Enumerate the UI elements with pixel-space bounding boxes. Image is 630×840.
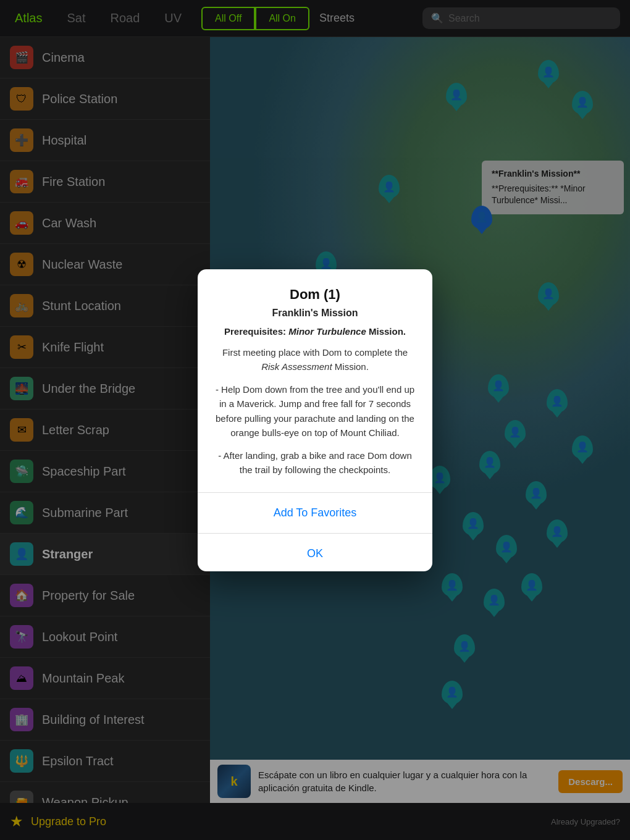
ok-button[interactable]: OK <box>198 536 432 571</box>
add-to-favorites-button[interactable]: Add To Favorites <box>198 495 432 531</box>
modal-dialog: Dom (1) Franklin's Mission Prerequisites… <box>198 269 432 571</box>
modal-body: First meeting place with Dom to complete… <box>215 345 415 477</box>
modal-subtitle: Franklin's Mission <box>215 308 415 319</box>
modal-para3: - After landing, grab a bike and race Do… <box>215 448 415 477</box>
modal-divider-1 <box>198 492 432 493</box>
modal-para1: First meeting place with Dom to complete… <box>215 345 415 374</box>
modal-divider-2 <box>198 533 432 534</box>
modal-para2: - Help Dom down from the tree and you'll… <box>215 382 415 440</box>
modal-overlay[interactable]: Dom (1) Franklin's Mission Prerequisites… <box>0 0 630 840</box>
modal-prereq: Prerequisites: Minor Turbulence Mission. <box>215 326 415 337</box>
modal-title: Dom (1) <box>215 287 415 303</box>
modal-content: Dom (1) Franklin's Mission Prerequisites… <box>198 269 432 490</box>
